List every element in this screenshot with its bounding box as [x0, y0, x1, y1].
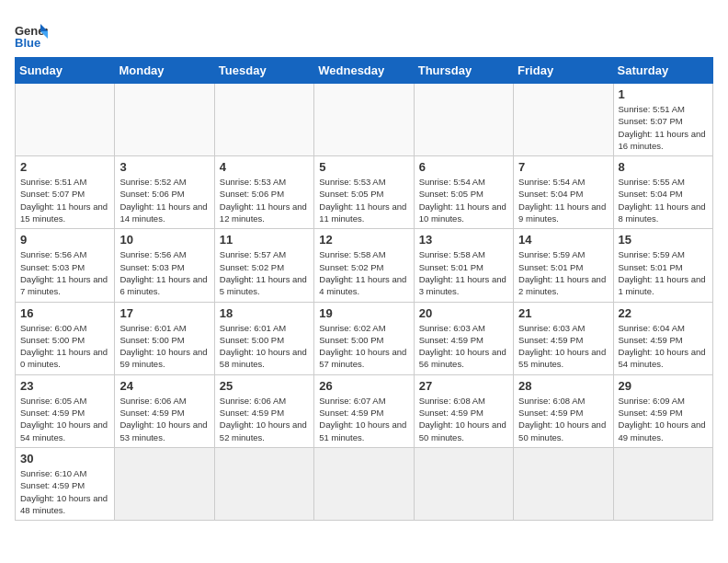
day-number: 8: [619, 160, 708, 174]
calendar-cell: [514, 447, 613, 520]
day-info: Sunrise: 5:56 AM Sunset: 5:03 PM Dayligh…: [119, 248, 209, 297]
week-row-5: 23Sunrise: 6:05 AM Sunset: 4:59 PM Dayli…: [16, 374, 713, 447]
calendar-cell: 21Sunrise: 6:03 AM Sunset: 4:59 PM Dayli…: [514, 302, 613, 374]
calendar-cell: 22Sunrise: 6:04 AM Sunset: 4:59 PM Dayli…: [613, 302, 712, 374]
calendar-cell: 15Sunrise: 5:59 AM Sunset: 5:01 PM Dayli…: [613, 229, 712, 302]
calendar-cell: 29Sunrise: 6:09 AM Sunset: 4:59 PM Dayli…: [613, 374, 712, 447]
day-number: 5: [319, 160, 408, 174]
calendar-cell: [314, 447, 414, 520]
day-info: Sunrise: 6:07 AM Sunset: 4:59 PM Dayligh…: [319, 395, 408, 443]
day-number: 17: [119, 306, 209, 320]
calendar-cell: 7Sunrise: 5:54 AM Sunset: 5:04 PM Daylig…: [514, 156, 613, 229]
calendar-cell: [414, 447, 513, 520]
calendar-cell: 17Sunrise: 6:01 AM Sunset: 5:00 PM Dayli…: [115, 302, 214, 374]
calendar-cell: 25Sunrise: 6:06 AM Sunset: 4:59 PM Dayli…: [214, 374, 313, 447]
calendar-table: SundayMondayTuesdayWednesdayThursdayFrid…: [15, 57, 713, 521]
week-row-4: 16Sunrise: 6:00 AM Sunset: 5:00 PM Dayli…: [16, 302, 713, 374]
calendar-cell: 24Sunrise: 6:06 AM Sunset: 4:59 PM Dayli…: [115, 374, 214, 447]
calendar-cell: 19Sunrise: 6:02 AM Sunset: 5:00 PM Dayli…: [314, 302, 414, 374]
day-info: Sunrise: 5:56 AM Sunset: 5:03 PM Dayligh…: [20, 248, 109, 297]
calendar-cell: 8Sunrise: 5:55 AM Sunset: 5:04 PM Daylig…: [613, 156, 712, 229]
calendar-cell: [314, 84, 414, 156]
day-number: 19: [319, 306, 408, 320]
day-number: 3: [119, 160, 209, 174]
week-row-6: 30Sunrise: 6:10 AM Sunset: 4:59 PM Dayli…: [16, 447, 713, 520]
day-info: Sunrise: 5:52 AM Sunset: 5:06 PM Dayligh…: [119, 176, 209, 224]
day-number: 30: [20, 452, 109, 465]
calendar-cell: 6Sunrise: 5:54 AM Sunset: 5:05 PM Daylig…: [414, 156, 513, 229]
calendar-cell: [613, 447, 712, 520]
day-number: 12: [319, 233, 408, 247]
day-info: Sunrise: 6:04 AM Sunset: 4:59 PM Dayligh…: [619, 322, 708, 371]
calendar-cell: 28Sunrise: 6:08 AM Sunset: 4:59 PM Dayli…: [514, 374, 613, 447]
calendar-cell: 23Sunrise: 6:05 AM Sunset: 4:59 PM Dayli…: [16, 374, 115, 447]
day-number: 7: [518, 160, 608, 174]
weekday-header-wednesday: Wednesday: [314, 58, 414, 84]
day-number: 15: [619, 233, 708, 247]
calendar-cell: 1Sunrise: 5:51 AM Sunset: 5:07 PM Daylig…: [613, 84, 712, 156]
day-number: 4: [220, 160, 309, 174]
weekday-header-monday: Monday: [115, 58, 214, 84]
day-number: 9: [20, 233, 109, 247]
day-info: Sunrise: 6:08 AM Sunset: 4:59 PM Dayligh…: [419, 395, 508, 443]
calendar-cell: [115, 84, 214, 156]
day-number: 1: [619, 87, 708, 101]
day-info: Sunrise: 5:53 AM Sunset: 5:06 PM Dayligh…: [220, 176, 309, 224]
day-info: Sunrise: 5:54 AM Sunset: 5:05 PM Dayligh…: [419, 176, 508, 224]
day-info: Sunrise: 6:03 AM Sunset: 4:59 PM Dayligh…: [419, 322, 508, 371]
day-number: 20: [419, 306, 508, 320]
calendar-cell: 18Sunrise: 6:01 AM Sunset: 5:00 PM Dayli…: [214, 302, 313, 374]
day-number: 16: [20, 306, 109, 320]
weekday-header-thursday: Thursday: [414, 58, 513, 84]
calendar-cell: 10Sunrise: 5:56 AM Sunset: 5:03 PM Dayli…: [115, 229, 214, 302]
day-number: 24: [119, 379, 209, 393]
calendar-cell: 27Sunrise: 6:08 AM Sunset: 4:59 PM Dayli…: [414, 374, 513, 447]
weekday-header-friday: Friday: [514, 58, 613, 84]
week-row-3: 9Sunrise: 5:56 AM Sunset: 5:03 PM Daylig…: [16, 229, 713, 302]
weekday-header-tuesday: Tuesday: [214, 58, 313, 84]
day-info: Sunrise: 6:08 AM Sunset: 4:59 PM Dayligh…: [518, 395, 608, 443]
day-info: Sunrise: 5:55 AM Sunset: 5:04 PM Dayligh…: [619, 176, 708, 224]
calendar-cell: [214, 447, 313, 520]
day-number: 10: [119, 233, 209, 247]
calendar-cell: 5Sunrise: 5:53 AM Sunset: 5:05 PM Daylig…: [314, 156, 414, 229]
weekday-header-saturday: Saturday: [613, 58, 712, 84]
day-number: 28: [518, 379, 608, 393]
day-number: 27: [419, 379, 508, 393]
calendar-cell: 30Sunrise: 6:10 AM Sunset: 4:59 PM Dayli…: [16, 447, 115, 520]
calendar-cell: 26Sunrise: 6:07 AM Sunset: 4:59 PM Dayli…: [314, 374, 414, 447]
svg-text:Blue: Blue: [15, 36, 40, 50]
day-info: Sunrise: 5:51 AM Sunset: 5:07 PM Dayligh…: [619, 103, 708, 152]
calendar-cell: 4Sunrise: 5:53 AM Sunset: 5:06 PM Daylig…: [214, 156, 313, 229]
day-info: Sunrise: 5:57 AM Sunset: 5:02 PM Dayligh…: [220, 248, 309, 297]
day-number: 25: [220, 379, 309, 393]
calendar-cell: [514, 84, 613, 156]
weekday-header-row: SundayMondayTuesdayWednesdayThursdayFrid…: [16, 58, 713, 84]
day-info: Sunrise: 5:51 AM Sunset: 5:07 PM Dayligh…: [20, 176, 109, 224]
day-info: Sunrise: 6:06 AM Sunset: 4:59 PM Dayligh…: [119, 395, 209, 443]
calendar-cell: 20Sunrise: 6:03 AM Sunset: 4:59 PM Dayli…: [414, 302, 513, 374]
day-number: 14: [518, 233, 608, 247]
calendar-cell: 16Sunrise: 6:00 AM Sunset: 5:00 PM Dayli…: [16, 302, 115, 374]
day-number: 29: [619, 379, 708, 393]
day-info: Sunrise: 6:10 AM Sunset: 4:59 PM Dayligh…: [20, 467, 109, 516]
calendar-cell: [16, 84, 115, 156]
day-number: 22: [619, 306, 708, 320]
week-row-1: 1Sunrise: 5:51 AM Sunset: 5:07 PM Daylig…: [16, 84, 713, 156]
day-number: 21: [518, 306, 608, 320]
day-info: Sunrise: 6:05 AM Sunset: 4:59 PM Dayligh…: [20, 395, 109, 443]
day-number: 6: [419, 160, 508, 174]
calendar-cell: 9Sunrise: 5:56 AM Sunset: 5:03 PM Daylig…: [16, 229, 115, 302]
day-number: 2: [20, 160, 109, 174]
day-info: Sunrise: 6:02 AM Sunset: 5:00 PM Dayligh…: [319, 322, 408, 371]
calendar-cell: 2Sunrise: 5:51 AM Sunset: 5:07 PM Daylig…: [16, 156, 115, 229]
day-info: Sunrise: 6:01 AM Sunset: 5:00 PM Dayligh…: [119, 322, 209, 371]
day-number: 18: [220, 306, 309, 320]
day-info: Sunrise: 6:06 AM Sunset: 4:59 PM Dayligh…: [220, 395, 309, 443]
day-info: Sunrise: 6:00 AM Sunset: 5:00 PM Dayligh…: [20, 322, 109, 371]
day-number: 13: [419, 233, 508, 247]
page-header: General Blue: [15, 15, 713, 50]
day-info: Sunrise: 5:59 AM Sunset: 5:01 PM Dayligh…: [518, 248, 608, 297]
day-info: Sunrise: 5:58 AM Sunset: 5:01 PM Dayligh…: [419, 248, 508, 297]
day-info: Sunrise: 6:09 AM Sunset: 4:59 PM Dayligh…: [619, 395, 708, 443]
